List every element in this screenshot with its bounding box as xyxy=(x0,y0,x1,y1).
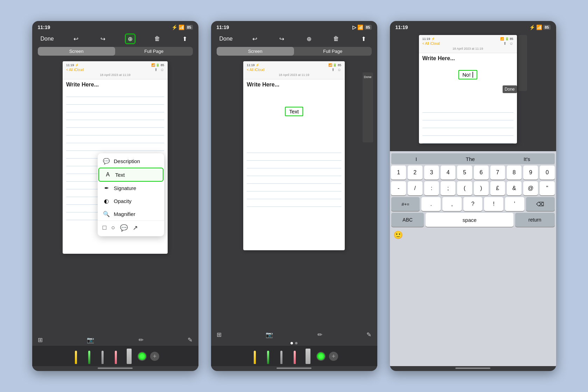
more-note-icon-2[interactable]: ☺ xyxy=(337,68,341,72)
key-5[interactable]: 5 xyxy=(457,166,472,180)
backspace-key[interactable]: ⌫ xyxy=(526,197,555,211)
more-note-icon-3[interactable]: ☺ xyxy=(509,41,513,46)
more-note-icon[interactable]: ☺ xyxy=(160,68,164,72)
menu-opacity[interactable]: ◐ Opacity xyxy=(98,195,164,208)
pen-green-2[interactable] xyxy=(263,349,273,364)
share-note-icon-3[interactable]: ⬆ xyxy=(503,41,506,46)
key-question[interactable]: ? xyxy=(463,197,483,211)
add-tool-button-2[interactable]: + xyxy=(329,352,338,361)
pen-yellow-2[interactable] xyxy=(250,349,260,364)
key-4[interactable]: 4 xyxy=(441,166,455,180)
shape-arrow[interactable]: ↗ xyxy=(133,224,138,232)
pen-green-dark[interactable] xyxy=(84,349,94,364)
key-apostrophe[interactable]: ' xyxy=(505,197,524,211)
key-exclaim[interactable]: ! xyxy=(484,197,503,211)
key-2[interactable]: 2 xyxy=(408,166,422,180)
pen-gray-2[interactable] xyxy=(276,349,286,364)
key-quote[interactable]: " xyxy=(540,181,554,195)
time-2: 11:19 xyxy=(217,24,229,30)
color-picker-2[interactable] xyxy=(316,352,326,361)
key-3[interactable]: 3 xyxy=(424,166,439,180)
markup-icon[interactable]: ✏ xyxy=(139,336,144,344)
key-rparen[interactable]: ) xyxy=(474,181,489,195)
key-7[interactable]: 7 xyxy=(490,166,505,180)
key-dash[interactable]: - xyxy=(391,181,406,195)
pen-ruler-2[interactable] xyxy=(303,349,313,364)
key-semicolon[interactable]: ; xyxy=(441,181,455,195)
text-annotation-2[interactable]: Text xyxy=(285,107,303,116)
fullpage-tab-2[interactable]: Full Page xyxy=(294,47,372,56)
key-lparen[interactable]: ( xyxy=(457,181,472,195)
key-6[interactable]: 6 xyxy=(474,166,489,180)
key-at[interactable]: @ xyxy=(523,181,538,195)
share-button-1[interactable]: ⬆ xyxy=(180,34,190,44)
done-button-1[interactable]: Done xyxy=(41,36,54,42)
space-key[interactable]: space xyxy=(426,213,513,227)
share-button-2[interactable]: ⬆ xyxy=(358,34,369,44)
predictive-word-1[interactable]: I xyxy=(412,155,420,163)
layers-icon[interactable]: ⊞ xyxy=(38,336,43,344)
delete-button-2[interactable]: 🗑 xyxy=(331,34,342,44)
key-1[interactable]: 1 xyxy=(391,166,406,180)
fullpage-tab-1[interactable]: Full Page xyxy=(115,47,193,56)
pen-yellow[interactable] xyxy=(71,349,81,364)
key-comma[interactable]: , xyxy=(442,197,462,211)
screen-tab-2[interactable]: Screen xyxy=(217,47,294,56)
predictive-word-3[interactable]: It's xyxy=(520,155,534,163)
screen-tab-1[interactable]: Screen xyxy=(38,47,115,56)
share-note-icon[interactable]: ⬆ xyxy=(154,68,158,72)
note-line xyxy=(247,176,341,184)
all-icloud-1[interactable]: < All iCloud xyxy=(66,68,84,72)
emoji-icon[interactable]: 🙂 xyxy=(393,231,403,240)
markup-button-1[interactable]: ⊕ xyxy=(125,34,135,44)
key-amp[interactable]: & xyxy=(507,181,522,195)
all-icloud-2[interactable]: < All iCloud xyxy=(247,68,264,72)
markup-icon-2[interactable]: ✏ xyxy=(317,331,322,338)
key-pound[interactable]: £ xyxy=(490,181,505,195)
key-colon[interactable]: : xyxy=(424,181,439,195)
delete-button-1[interactable]: 🗑 xyxy=(152,34,163,44)
key-9[interactable]: 9 xyxy=(523,166,538,180)
note-line xyxy=(422,136,513,144)
menu-magnifier[interactable]: 🔍 Magnifier xyxy=(98,208,164,220)
camera-icon[interactable]: 📷 xyxy=(87,336,94,344)
color-picker[interactable] xyxy=(138,352,147,361)
key-8[interactable]: 8 xyxy=(507,166,522,180)
markup-button-2[interactable]: ⊕ xyxy=(304,34,314,44)
key-period[interactable]: . xyxy=(421,197,441,211)
redo-button-1[interactable]: ↪ xyxy=(98,34,108,44)
menu-signature[interactable]: ✒ Signature xyxy=(98,182,164,195)
note-line xyxy=(422,105,513,113)
camera-icon-2[interactable]: 📷 xyxy=(266,331,273,338)
undo-button-2[interactable]: ↩ xyxy=(250,34,260,44)
key-hashplus[interactable]: #+= xyxy=(391,197,420,211)
all-icloud-3[interactable]: < All iCloud xyxy=(422,42,440,46)
menu-text[interactable]: A Text xyxy=(98,168,163,182)
pen-gray[interactable] xyxy=(98,349,107,364)
wifi-icon-3: 📶 xyxy=(536,24,542,30)
text-annotation-3[interactable]: No! xyxy=(458,70,477,79)
add-tool-button[interactable]: + xyxy=(150,352,159,361)
pen-pink-2[interactable] xyxy=(290,349,300,364)
description-icon: 💬 xyxy=(103,158,110,164)
predictive-word-2[interactable]: The xyxy=(462,155,478,163)
menu-description[interactable]: 💬 Description xyxy=(98,155,164,168)
redo-button-2[interactable]: ↪ xyxy=(276,34,287,44)
pen-ruler[interactable] xyxy=(124,349,134,364)
undo-button-1[interactable]: ↩ xyxy=(71,34,81,44)
pen-pink[interactable] xyxy=(111,349,121,364)
shape-speech[interactable]: 💬 xyxy=(120,224,128,232)
layers-icon-2[interactable]: ⊞ xyxy=(217,331,222,338)
edit-icon[interactable]: ✎ xyxy=(188,336,192,344)
shape-rect[interactable]: □ xyxy=(103,224,106,232)
note-signal-2: 📶 🔋 85 xyxy=(328,63,341,67)
abc-key[interactable]: ABC xyxy=(391,213,424,227)
return-key[interactable]: return xyxy=(515,213,555,227)
share-note-icon-2[interactable]: ⬆ xyxy=(331,68,335,72)
key-slash[interactable]: / xyxy=(408,181,422,195)
edit-icon-2[interactable]: ✎ xyxy=(366,331,371,338)
key-0[interactable]: 0 xyxy=(540,166,554,180)
done-button-2[interactable]: Done xyxy=(219,36,233,42)
done-overlay-3[interactable]: Done xyxy=(503,85,517,93)
shape-circle[interactable]: ○ xyxy=(111,224,115,232)
